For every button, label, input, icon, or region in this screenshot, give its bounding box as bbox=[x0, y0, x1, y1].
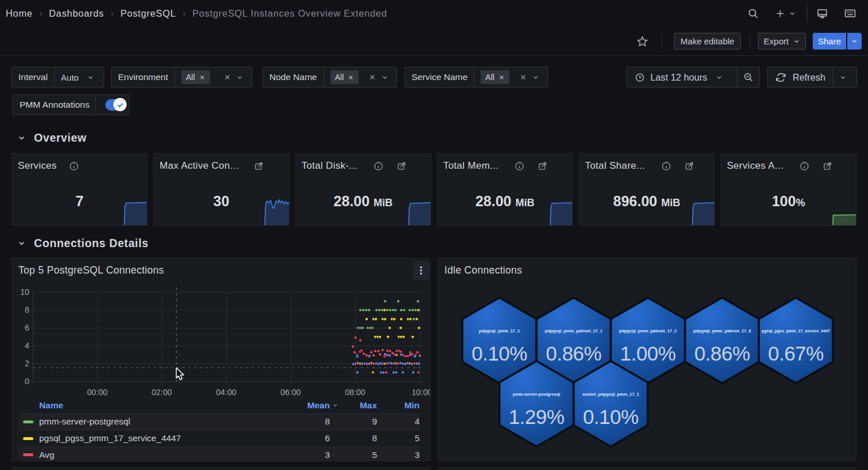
svg-text:pdpgsql_pmm_17_1: pdpgsql_pmm_17_1 bbox=[479, 328, 520, 333]
svg-text:2: 2 bbox=[25, 359, 29, 368]
svg-text:pmm-server-postgresql: pmm-server-postgresql bbox=[513, 392, 561, 397]
svg-text:pdpgsql_pmm_patroni_17_1: pdpgsql_pmm_patroni_17_1 bbox=[545, 328, 602, 333]
svg-text:06:00: 06:00 bbox=[280, 388, 301, 397]
svg-text:pdpgsql_pmm_patroni_17_3: pdpgsql_pmm_patroni_17_3 bbox=[693, 328, 751, 333]
svg-text:pdpgsql_pmm_patroni_17_2: pdpgsql_pmm_patroni_17_2 bbox=[619, 328, 676, 333]
svg-text:10: 10 bbox=[20, 287, 29, 297]
svg-text:0.10%: 0.10% bbox=[471, 342, 527, 365]
svg-text:4: 4 bbox=[25, 341, 29, 350]
svg-text:socket_pdpgsql_pmm_17_1: socket_pdpgsql_pmm_17_1 bbox=[583, 392, 639, 397]
svg-text:0.10%: 0.10% bbox=[583, 405, 639, 428]
svg-text:0.67%: 0.67% bbox=[768, 342, 824, 365]
svg-text:08:00: 08:00 bbox=[345, 388, 366, 397]
svg-text:1.29%: 1.29% bbox=[509, 405, 565, 428]
svg-text:8: 8 bbox=[25, 305, 29, 314]
svg-text:0.86%: 0.86% bbox=[546, 342, 601, 365]
svg-text:04:00: 04:00 bbox=[216, 388, 237, 397]
svg-text:1.00%: 1.00% bbox=[620, 342, 676, 365]
svg-text:00:00: 00:00 bbox=[87, 388, 108, 397]
svg-text:pgsql_pgss_pmm_17_service_4447: pgsql_pgss_pmm_17_service_4447 bbox=[762, 329, 830, 333]
svg-text:10:00: 10:00 bbox=[412, 388, 431, 397]
svg-text:02:00: 02:00 bbox=[151, 388, 172, 397]
svg-text:6: 6 bbox=[25, 323, 29, 332]
svg-text:0: 0 bbox=[25, 377, 29, 386]
svg-text:0.86%: 0.86% bbox=[694, 342, 750, 365]
